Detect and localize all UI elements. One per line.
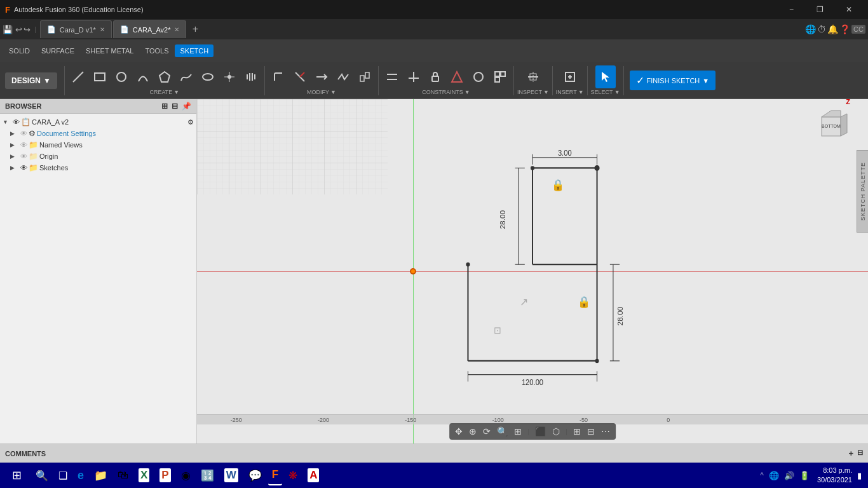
parallel-constraint-button[interactable] <box>382 65 402 88</box>
online-icon[interactable]: 🌐 <box>805 24 816 34</box>
origin-visibility-icon[interactable]: 👁 <box>20 152 27 160</box>
tray-network-icon[interactable]: 🌐 <box>769 471 779 480</box>
tree-sketches[interactable]: ▶ 👁 📁 Sketches <box>0 162 196 173</box>
close-button[interactable]: ✕ <box>834 0 863 19</box>
taskbar-clock[interactable]: 8:03 p.m. 30/03/2021 <box>817 466 852 485</box>
taskbar-excel[interactable]: X <box>135 465 153 485</box>
taskbar-edge[interactable]: e <box>74 465 88 485</box>
rectangle-tool-button[interactable] <box>90 65 110 88</box>
inspect-button[interactable] <box>523 65 543 88</box>
taskbar-chrome[interactable]: ◉ <box>177 465 194 485</box>
menu-sketch[interactable]: SKETCH <box>175 44 214 57</box>
taskbar-store[interactable]: 🛍 <box>114 465 132 485</box>
tree-named-views[interactable]: ▶ 👁 📁 Named Views <box>0 139 196 151</box>
tab-cara-d[interactable]: 📄 Cara_D v1* ✕ <box>40 20 112 38</box>
tab-close-cara-d[interactable]: ✕ <box>100 26 105 33</box>
design-button[interactable]: DESIGN ▼ <box>5 72 57 89</box>
taskbar-calculator[interactable]: 🔢 <box>197 465 218 485</box>
help-icon[interactable]: ❓ <box>839 24 850 34</box>
browser-pin-icon[interactable]: 📌 <box>182 102 191 111</box>
inspect-label[interactable]: INSPECT ▼ <box>517 89 549 95</box>
spline-tool-button[interactable] <box>176 65 196 88</box>
tree-doc-settings[interactable]: ▶ 👁 ⚙ Document Settings <box>0 128 196 139</box>
lock-constraint-button[interactable] <box>425 65 445 88</box>
tree-root-item[interactable]: ▼ 👁 📋 CARA_A v2 ⚙ <box>0 116 196 128</box>
taskbar-fusion[interactable]: F <box>268 465 282 485</box>
select-label[interactable]: SELECT ▼ <box>591 89 620 95</box>
sketches-visibility-icon[interactable]: 👁 <box>20 164 27 172</box>
fillet-tool-button[interactable] <box>268 65 288 88</box>
tab-cara-a[interactable]: 📄 CARA_Av2* ✕ <box>113 20 187 38</box>
menu-surface[interactable]: SURFACE <box>36 44 79 57</box>
cc-icon[interactable]: CC <box>851 25 865 34</box>
show-desktop-button[interactable]: ▮ <box>855 471 864 480</box>
triangle-constraint-button[interactable] <box>447 65 467 88</box>
perpendicular-constraint-button[interactable] <box>403 65 424 88</box>
point-tool-button[interactable] <box>219 65 240 88</box>
line-tool-button[interactable] <box>68 65 88 88</box>
doc-settings-visibility-icon[interactable]: 👁 <box>20 130 27 137</box>
arc-tool-button[interactable] <box>133 65 153 88</box>
menu-tools[interactable]: TOOLS <box>140 44 173 57</box>
extend-tool-button[interactable] <box>311 65 332 88</box>
tray-arrow[interactable]: ^ <box>760 471 764 480</box>
start-button[interactable]: ⊞ <box>4 465 29 485</box>
create-label[interactable]: CREATE ▼ <box>150 89 180 95</box>
insert-button[interactable] <box>560 65 580 88</box>
menu-solid[interactable]: SOLID <box>4 44 35 57</box>
break-tool-button[interactable] <box>333 65 353 88</box>
display-mode-button[interactable]: ⬛ <box>533 425 548 438</box>
comments-add-button[interactable]: + <box>848 449 853 458</box>
scale-tool-button[interactable] <box>355 65 375 88</box>
tab-close-cara-a[interactable]: ✕ <box>174 26 179 33</box>
constraints-label[interactable]: CONSTRAINTS ▼ <box>422 89 470 95</box>
grid-snap-button[interactable]: ⊟ <box>585 425 597 438</box>
browser-expand-icon[interactable]: ⊞ <box>161 102 168 111</box>
modify-label[interactable]: MODIFY ▼ <box>307 89 336 95</box>
taskbar-task-view[interactable]: ❑ <box>55 465 71 485</box>
new-tab-button[interactable]: + <box>187 22 203 37</box>
circle-constraint-button[interactable] <box>468 65 489 88</box>
taskbar-file-explorer[interactable]: 📁 <box>90 465 111 485</box>
history-icon[interactable]: ⏱ <box>817 24 826 34</box>
view-cube[interactable]: BOTTOM Z <box>812 104 850 142</box>
insert-label[interactable]: INSERT ▼ <box>556 89 584 95</box>
orbit-button[interactable]: ⟳ <box>481 425 492 438</box>
notifications-icon[interactable]: 🔔 <box>827 24 838 34</box>
component-button[interactable] <box>490 65 510 88</box>
tray-battery-icon[interactable]: 🔋 <box>799 471 810 480</box>
polygon-tool-button[interactable] <box>154 65 175 88</box>
undo-icon[interactable]: ↩ <box>15 25 22 34</box>
taskbar-acrobat[interactable]: A <box>304 465 323 485</box>
viewport[interactable]: 3.00 28.00 28.00 120.00 🔒 🔒 ↗ ⊡ <box>197 99 868 444</box>
pan-button[interactable]: ✥ <box>453 425 465 438</box>
finish-sketch-button[interactable]: ✓ FINISH SKETCH ▼ <box>630 71 716 90</box>
zoom-window-button[interactable]: ⊞ <box>512 425 524 438</box>
select-button[interactable] <box>595 65 616 88</box>
effects-button[interactable]: ⬡ <box>550 425 562 438</box>
sketch-palette-tab[interactable]: SKETCH PALETTE <box>857 150 868 233</box>
restore-button[interactable]: ❐ <box>806 0 834 19</box>
trim-tool-button[interactable] <box>290 65 310 88</box>
browser-collapse-icon[interactable]: ⊟ <box>172 102 178 111</box>
root-visibility-icon[interactable]: 👁 <box>13 118 20 126</box>
ellipse-tool-button[interactable] <box>198 65 218 88</box>
circle-tool-button[interactable] <box>111 65 132 88</box>
tray-volume-icon[interactable]: 🔊 <box>784 471 794 480</box>
viewport-more-button[interactable]: ⋯ <box>599 425 612 438</box>
taskbar-app-red[interactable]: ❋ <box>285 465 301 485</box>
taskbar-powerpoint[interactable]: P <box>156 465 174 485</box>
comments-expand-icon[interactable]: ⊟ <box>857 449 863 458</box>
look-from-button[interactable]: ⊕ <box>467 425 478 438</box>
named-views-visibility-icon[interactable]: 👁 <box>20 141 27 149</box>
minimize-button[interactable]: − <box>777 0 806 19</box>
menu-sheet-metal[interactable]: SHEET METAL <box>81 44 139 57</box>
grid-settings-button[interactable]: ⊞ <box>571 425 583 438</box>
taskbar-word[interactable]: W <box>220 465 242 485</box>
redo-icon[interactable]: ↪ <box>24 25 31 34</box>
taskbar-teams[interactable]: 💬 <box>245 465 266 485</box>
zoom-button[interactable]: 🔍 <box>495 425 510 438</box>
root-settings-icon[interactable]: ⚙ <box>187 118 194 126</box>
save-icon[interactable]: 💾 <box>3 25 13 34</box>
taskbar-search[interactable]: 🔍 <box>32 465 52 485</box>
